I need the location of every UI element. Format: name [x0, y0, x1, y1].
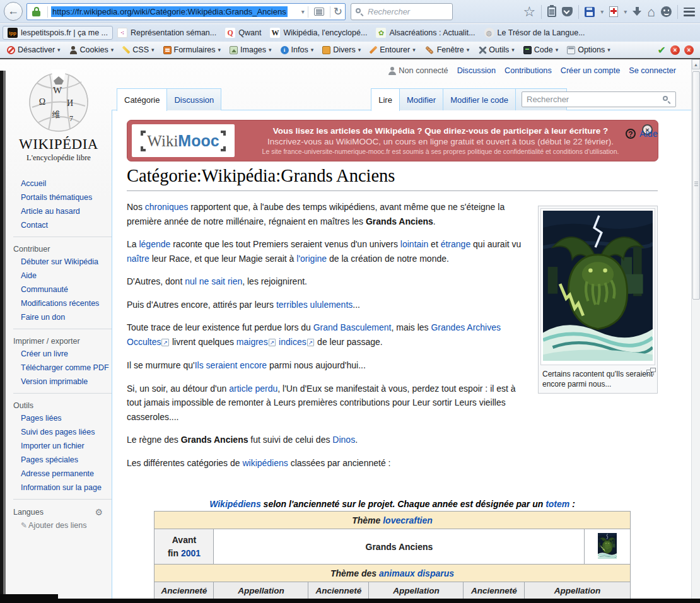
article-link[interactable]: animaux disparus	[379, 568, 454, 578]
bookmark-item[interactable]: WWikipédia, l'encyclopé...	[265, 26, 371, 39]
url-text-selected[interactable]: https://fr.wikipedia.org/wiki/Catégorie:…	[51, 6, 288, 17]
webdev-menu-forms[interactable]: Formulaires▾	[160, 44, 225, 56]
tab-label[interactable]: Modifier le code	[450, 95, 508, 105]
add-document-icon[interactable]	[609, 6, 618, 17]
personal-link[interactable]: Créer un compte	[561, 66, 621, 75]
bookmarks-menu-icon[interactable]	[547, 6, 556, 17]
article-link[interactable]: naître	[127, 254, 149, 264]
bookmark-item[interactable]: ◍Le Trésor de la Langue...	[480, 26, 590, 39]
url-dropdown-icon[interactable]: ▾	[301, 8, 305, 15]
article-link[interactable]: nul ne sait rien	[185, 276, 242, 286]
article-link[interactable]: article perdu	[229, 383, 277, 394]
sidebar-link[interactable]: Adresse permanente	[21, 469, 94, 478]
tab-catégorie[interactable]: Catégorie	[117, 88, 167, 111]
downloads-icon[interactable]	[633, 7, 641, 17]
wiki-search-box[interactable]: Rechercher	[522, 91, 676, 107]
bookmark-item[interactable]: lpplespetitspois.fr | ça me ...	[3, 26, 113, 40]
reload-icon[interactable]: ↻	[334, 5, 342, 18]
sidebar-link[interactable]: Pages spéciales	[21, 455, 78, 464]
personal-link[interactable]: Contributions	[505, 66, 552, 75]
sidebar-link[interactable]: Importer un fichier	[21, 442, 85, 450]
sidebar-link[interactable]: Version imprimable	[21, 377, 88, 386]
tab-discussion[interactable]: Discussion	[166, 88, 221, 110]
sidebar-link[interactable]: Accueil	[21, 179, 46, 188]
sidebar-link[interactable]: Modifications récentes	[21, 299, 99, 308]
tab-modifier[interactable]: Modifier	[399, 88, 443, 110]
tab-lire[interactable]: Lire	[371, 88, 400, 111]
browser-search-field[interactable]: Rechercher	[351, 3, 453, 20]
wikipedia-logo[interactable]: W Ω И 维 7 WIKIPÉDIA L'encyclopédie libre	[6, 59, 112, 163]
webdev-menu-options[interactable]: Options▾	[563, 44, 614, 56]
article-link[interactable]: wikipédiens	[242, 458, 288, 468]
url-bar[interactable]: https://fr.wikipedia.org/wiki/Catégorie:…	[26, 3, 346, 20]
personal-link[interactable]: Discussion	[457, 66, 496, 75]
sidebar-link[interactable]: Portails thématiques	[21, 193, 92, 202]
tab-label[interactable]: Modifier	[407, 95, 436, 105]
sidebar-link[interactable]: Débuter sur Wikipédia	[21, 257, 98, 266]
webdev-menu-tools[interactable]: Outils▾	[474, 44, 518, 56]
tab-label[interactable]: Discussion	[174, 95, 214, 105]
cthulhu-thumbnail[interactable]: Certains racontent qu'Ils seraient encor…	[538, 206, 658, 394]
sidebar-link[interactable]: ✎Ajouter des liens	[21, 521, 86, 530]
webdev-menu-info[interactable]: iInfos▾	[277, 44, 318, 56]
article-link[interactable]: Dinos	[332, 435, 355, 445]
sidebar-link[interactable]: Communauté	[21, 285, 68, 294]
tab-modifier-le-code[interactable]: Modifier le code	[443, 88, 516, 110]
webdev-menu-cookies[interactable]: Cookies▾	[66, 44, 118, 56]
gear-icon[interactable]: ⚙	[95, 507, 103, 517]
webdev-menu-resize[interactable]: Fenêtre▾	[421, 44, 474, 56]
article-link[interactable]: maigres	[236, 337, 268, 347]
webdev-menu-code[interactable]: Code▾	[520, 44, 562, 56]
error-icon[interactable]: ×	[684, 45, 694, 55]
save-page-icon[interactable]	[585, 7, 595, 17]
help-link[interactable]: Aide	[639, 129, 658, 139]
sidebar-link[interactable]: Créer un livre	[21, 349, 68, 358]
reader-mode-icon[interactable]	[314, 8, 324, 16]
save-dropdown-icon[interactable]: ▾	[600, 8, 604, 15]
sidebar-link[interactable]: Article au hasard	[21, 207, 80, 216]
article-link[interactable]: chroniques	[145, 202, 189, 212]
article-link[interactable]: terribles ululements	[276, 300, 353, 310]
bookmark-item[interactable]: ✿Alsacréations : Actualit...	[371, 26, 479, 39]
cthulhu-image[interactable]	[543, 211, 653, 361]
https-lock-icon[interactable]	[32, 7, 40, 16]
page-scrollbar[interactable]: ▲	[691, 59, 700, 603]
validation-check-icon[interactable]: ✔	[658, 44, 666, 56]
bookmark-item[interactable]: ⁖Représentation séman...	[113, 26, 221, 39]
article-link[interactable]: l'origine	[296, 254, 327, 264]
webdev-menu-disable[interactable]: Désactiver▾	[3, 44, 64, 56]
sidebar-link[interactable]: Pages liées	[21, 414, 62, 423]
article-link[interactable]: légende	[139, 239, 170, 249]
home-icon[interactable]: ⌂	[647, 5, 655, 18]
sidebar-link[interactable]: Télécharger comme PDF	[21, 363, 109, 372]
article-link[interactable]: lointain	[400, 239, 428, 249]
scrollbar-up-icon[interactable]: ▲	[692, 59, 700, 69]
tab-label[interactable]: Catégorie	[124, 95, 160, 105]
feedback-smiley-icon[interactable]	[661, 6, 672, 17]
totem-year-link[interactable]: 2001	[181, 548, 201, 558]
bookmark-star-icon[interactable]: ☆	[523, 5, 536, 19]
webdev-menu-outline[interactable]: Entourer▾	[366, 44, 419, 56]
pocket-icon[interactable]	[562, 7, 573, 16]
article-link[interactable]: totem	[545, 499, 569, 509]
webdev-menu-css[interactable]: CSS▾	[119, 44, 158, 56]
sidebar-link[interactable]: Contact	[21, 221, 48, 230]
back-button[interactable]: ←	[4, 2, 23, 21]
article-link[interactable]: Ils seraient encore	[195, 360, 267, 370]
error-icon[interactable]: ×	[670, 45, 680, 55]
enlarge-icon[interactable]	[646, 370, 654, 375]
sidebar-link[interactable]: Aide	[21, 271, 37, 280]
article-link[interactable]: Grand Basculement	[313, 322, 392, 332]
wiki-search-icon[interactable]	[662, 95, 671, 104]
bookmark-item[interactable]: QQwant	[221, 26, 265, 39]
sidebar-link[interactable]: Faire un don	[21, 313, 65, 322]
article-link[interactable]: lovecraftien	[383, 515, 433, 525]
article-link[interactable]: étrange	[441, 239, 470, 249]
sidebar-link[interactable]: Suivi des pages liées	[21, 428, 95, 436]
add-document-dropdown-icon[interactable]: ▾	[624, 8, 627, 15]
webdev-menu-images[interactable]: Images▾	[226, 44, 276, 56]
tab-label[interactable]: Lire	[378, 95, 392, 105]
menu-icon[interactable]	[684, 8, 695, 16]
article-link[interactable]: indices	[279, 337, 306, 347]
personal-link[interactable]: Se connecter	[629, 66, 676, 75]
